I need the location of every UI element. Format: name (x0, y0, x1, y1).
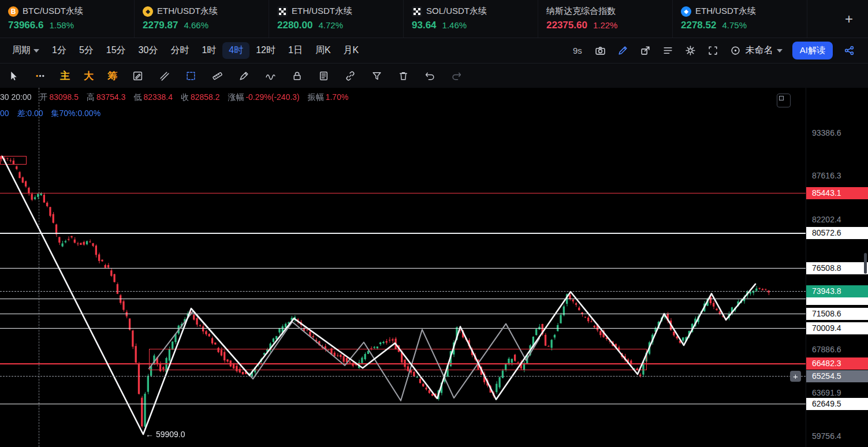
axis-label-67886.6: 67886.6 (806, 344, 868, 356)
fullscreen-icon[interactable] (707, 44, 720, 57)
candle-countdown: 9s (573, 46, 582, 55)
watchlist-item-eth-binance[interactable]: ◆ ETH/USDT永续 2279.87 4.66% (135, 0, 269, 38)
axis-label-62649.5: 62649.5 (806, 398, 868, 410)
crosshair-vline (39, 88, 39, 447)
watchlist-item-sol[interactable]: SOL/USDT永续 93.64 1.46% (404, 0, 538, 38)
layout-selector[interactable]: 未命名 (729, 44, 783, 57)
trash-icon[interactable] (397, 69, 409, 82)
more-tools-icon[interactable] (33, 69, 46, 82)
ticker-name: ETH/USDT永续 (695, 6, 756, 17)
okx-coin-icon (412, 6, 422, 17)
watchlist-item-eth-bitget[interactable]: ◆ ETH/USDT永续 2278.52 4.75% (673, 0, 807, 38)
watchlist-item-btc[interactable]: B BTC/USDT永续 73966.6 1.58% (0, 0, 135, 38)
panel-restore-icon[interactable] (777, 94, 791, 107)
price-line-71508.6[interactable] (0, 314, 806, 314)
binance-coin-icon: ◆ (143, 6, 153, 17)
tab-1w[interactable]: 周K (309, 42, 337, 59)
tab-30m[interactable]: 30分 (132, 42, 165, 59)
ai-analysis-button[interactable]: AI解读 (792, 42, 833, 59)
trendline-icon[interactable] (158, 69, 170, 82)
indicator-diff: 差:0.00 (17, 109, 43, 118)
low-value: 82338.4 (143, 92, 173, 102)
redo-icon[interactable] (450, 69, 463, 82)
axis-label-66482.3: 66482.3 (806, 357, 868, 370)
low-label: 低 (133, 92, 141, 102)
ticker-name: ETH/USDT永续 (292, 6, 352, 17)
watchlist-item-nasdaq[interactable]: 纳斯达克综合指数 22375.60 1.22% (538, 0, 673, 38)
settings-gear-icon[interactable] (684, 44, 697, 57)
ticker-name: BTC/USDT永续 (23, 6, 83, 17)
ticker-price: 2278.52 (681, 20, 716, 31)
ticker-price: 2279.87 (143, 20, 178, 31)
draw-pencil-icon[interactable] (617, 44, 629, 57)
tab-1m[interactable]: 1分 (46, 42, 73, 59)
watchlist-item-eth-okx[interactable]: ETH/USDT永续 2280.00 4.72% (269, 0, 404, 38)
wave-pattern-icon[interactable] (264, 69, 277, 82)
price-line-80572.6[interactable] (0, 233, 806, 234)
chart-plot[interactable]: 30 20:00 开83098.5 高83754.3 低82338.4 收828… (0, 88, 806, 447)
indicator-list-icon[interactable] (662, 44, 675, 57)
change-label: 涨幅 (228, 92, 244, 102)
axis-label-70009.4: 70009.4 (806, 322, 868, 334)
camera-icon[interactable] (594, 44, 607, 57)
price-line-73150[interactable] (0, 299, 806, 299)
preset-main-button[interactable]: 主 (60, 69, 70, 83)
price-line-62649.5[interactable] (0, 404, 806, 404)
tab-1h[interactable]: 1时 (195, 42, 222, 59)
ohlc-time: 30 20:00 (0, 92, 32, 102)
btc-coin-icon: B (8, 6, 18, 17)
kline-edit-icon[interactable] (131, 69, 144, 82)
price-line-73943.8[interactable] (0, 291, 806, 292)
share-icon[interactable] (843, 44, 855, 57)
ticker-change: 1.58% (49, 20, 74, 30)
axis-label-76508.8: 76508.8 (806, 262, 868, 274)
chevron-down-icon (33, 49, 39, 53)
tab-4h-active[interactable]: 4时 (222, 42, 249, 59)
tab-1mo[interactable]: 月K (337, 42, 366, 59)
ticker-price: 73966.6 (8, 20, 43, 31)
ticker-change: 4.75% (722, 20, 747, 30)
axis-scrollbar[interactable] (864, 253, 867, 274)
drawing-toolbar: 主 大 筹 (0, 64, 868, 88)
layout-name: 未命名 (746, 44, 773, 57)
axis-label-93386.6: 93386.6 (806, 127, 868, 139)
tab-12h[interactable]: 12时 (249, 42, 282, 59)
tab-1d[interactable]: 1日 (282, 42, 309, 59)
indicator-concentration: 集70%:0.00% (51, 109, 101, 118)
ticker-change: 4.72% (318, 20, 343, 30)
link-icon[interactable] (344, 69, 356, 82)
price-box-0[interactable] (0, 156, 27, 165)
text-note-icon[interactable] (317, 69, 330, 82)
okx-coin-icon (277, 6, 288, 17)
axis-label-71508.6: 71508.6 (806, 308, 868, 320)
ticker-name: ETH/USDT永续 (157, 6, 218, 17)
crosshair-handle[interactable]: + (790, 371, 801, 382)
price-line-76508.8[interactable] (0, 268, 806, 269)
indicator-prefix: 00 (0, 109, 9, 118)
lock-icon[interactable] (290, 69, 303, 82)
popout-icon[interactable] (639, 44, 652, 57)
select-box-icon[interactable] (184, 69, 197, 82)
undo-icon[interactable] (423, 69, 436, 82)
filter-icon[interactable] (370, 69, 383, 82)
price-box-1[interactable] (149, 349, 647, 370)
ticker-price: 22375.60 (546, 20, 587, 31)
preset-chips-button[interactable]: 筹 (107, 69, 117, 83)
marker-pen-icon[interactable] (237, 69, 250, 82)
ticker-name: 纳斯达克综合指数 (546, 6, 616, 17)
price-line-85443.1[interactable] (0, 193, 806, 193)
axis-label-80572.6: 80572.6 (806, 227, 868, 239)
add-symbol-button[interactable]: + (830, 11, 868, 27)
price-line-70009.4[interactable] (0, 328, 806, 329)
ticker-price: 2280.00 (277, 20, 312, 31)
cursor-tool-icon[interactable] (7, 69, 20, 82)
preset-big-button[interactable]: 大 (84, 69, 94, 83)
period-dropdown[interactable]: 周期 (6, 42, 46, 59)
price-axis[interactable]: 93386.687616.385443.182202.480572.676508… (806, 88, 868, 447)
amplitude-label: 振幅 (308, 92, 324, 102)
tab-5m[interactable]: 5分 (73, 42, 100, 59)
tab-15m[interactable]: 15分 (100, 42, 132, 59)
ticker-name: SOL/USDT永续 (426, 6, 487, 17)
ruler-icon[interactable] (211, 69, 223, 82)
tab-tick[interactable]: 分时 (164, 42, 195, 59)
